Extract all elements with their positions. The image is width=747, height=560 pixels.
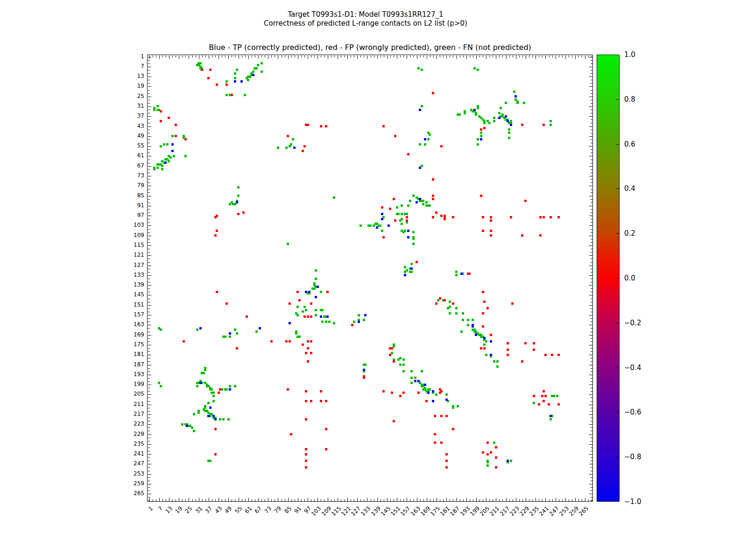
axis-tick [578, 56, 579, 57]
data-point [432, 198, 434, 200]
data-point [156, 163, 159, 166]
axis-tick [212, 499, 212, 501]
data-point [255, 67, 258, 70]
axis-tick [196, 499, 196, 501]
data-point [161, 165, 163, 167]
data-point [302, 150, 304, 152]
x-tick-label: 145 [380, 505, 392, 517]
data-point [482, 230, 484, 232]
axis-tick [360, 499, 361, 501]
axis-tick [148, 467, 150, 468]
axis-tick [169, 498, 169, 501]
data-point [305, 390, 307, 392]
y-tick-label: 163 [126, 322, 144, 327]
data-point [482, 451, 484, 454]
axis-tick [232, 56, 232, 57]
axis-tick [148, 348, 150, 349]
axis-tick [591, 288, 592, 289]
data-point [207, 77, 210, 79]
y-tick-label: 43 [126, 123, 144, 129]
axis-tick [591, 308, 592, 309]
y-tick-label: 31 [126, 103, 144, 109]
axis-tick [460, 56, 460, 57]
axis-tick [225, 56, 226, 57]
axis-tick [148, 391, 150, 392]
data-point [310, 340, 312, 343]
data-point [160, 385, 162, 387]
colorbar-tick [616, 189, 620, 189]
data-point [511, 302, 514, 305]
axis-tick [304, 499, 305, 501]
data-point [229, 203, 231, 205]
axis-tick [556, 56, 556, 59]
axis-tick [148, 140, 150, 140]
axis-tick [539, 499, 539, 501]
axis-tick [589, 355, 592, 355]
axis-tick [589, 245, 592, 246]
data-point [222, 418, 225, 420]
axis-tick [278, 56, 278, 59]
data-point [485, 354, 487, 356]
axis-tick [589, 474, 592, 475]
data-point [310, 352, 312, 354]
axis-tick [148, 490, 150, 491]
axis-tick [148, 219, 150, 219]
axis-tick [334, 499, 335, 501]
axis-tick [453, 499, 453, 501]
x-tick-label: 7 [157, 505, 163, 512]
axis-tick [321, 56, 321, 57]
axis-tick [148, 126, 151, 127]
data-point [315, 278, 317, 280]
axis-tick [291, 499, 292, 501]
data-point [153, 109, 155, 111]
data-point [199, 382, 202, 384]
axis-tick [377, 56, 378, 59]
axis-tick [589, 444, 592, 445]
axis-tick [446, 56, 447, 59]
axis-tick [591, 80, 592, 80]
data-point [480, 128, 482, 131]
axis-tick [338, 498, 338, 501]
axis-tick [148, 269, 150, 269]
axis-tick [148, 255, 151, 256]
axis-tick [588, 56, 589, 57]
x-tick-label: 211 [489, 505, 500, 517]
data-point [543, 124, 545, 126]
data-point [216, 84, 218, 86]
data-point [480, 132, 482, 134]
data-point [236, 347, 238, 350]
data-point [477, 107, 479, 109]
axis-tick [148, 448, 150, 448]
data-point [488, 122, 491, 124]
data-point [421, 105, 423, 107]
axis-tick [591, 192, 592, 193]
axis-tick [314, 499, 315, 501]
data-point [472, 319, 474, 321]
axis-tick [148, 394, 151, 395]
axis-tick [308, 498, 308, 501]
axis-tick [591, 282, 592, 282]
data-point [404, 230, 406, 232]
axis-tick [261, 56, 262, 57]
axis-tick [562, 499, 563, 501]
data-point [467, 319, 469, 321]
data-point [495, 446, 497, 448]
axis-tick [591, 173, 592, 173]
axis-tick [285, 499, 285, 501]
axis-tick [148, 305, 151, 306]
axis-tick [275, 499, 275, 501]
axis-tick [222, 56, 222, 57]
axis-tick [228, 498, 229, 501]
data-point [364, 314, 366, 316]
x-tick-label: 133 [360, 505, 372, 517]
x-tick-label: 121 [340, 505, 352, 517]
data-point [417, 392, 420, 394]
data-point [326, 315, 329, 318]
axis-tick [589, 375, 592, 375]
data-point [407, 236, 409, 238]
data-point [305, 453, 307, 455]
x-tick-label: 1 [147, 505, 154, 512]
data-point [353, 321, 355, 323]
data-point [333, 196, 335, 199]
data-point [259, 327, 261, 329]
